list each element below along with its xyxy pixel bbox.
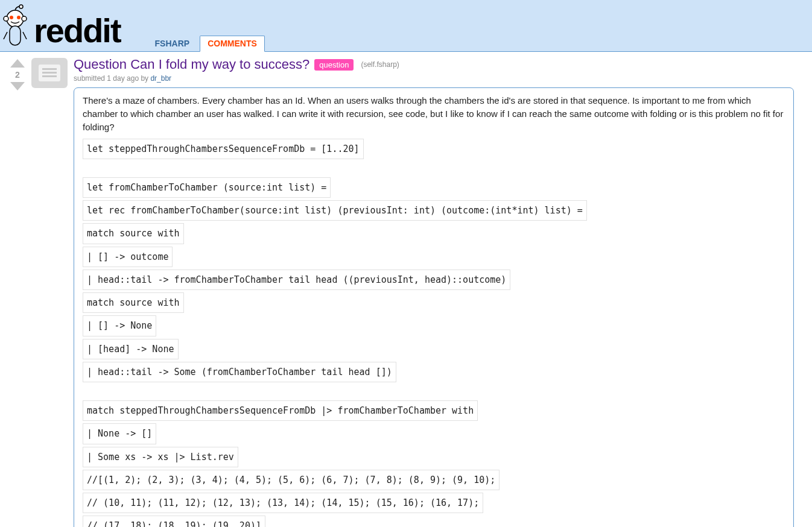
code-line: // (17, 18); (18, 19); (19, 20)]: [83, 516, 265, 527]
code-line: | Some xs -> xs |> List.rev: [83, 447, 238, 467]
code-line: // (10, 11); (11, 12); (12, 13); (13, 14…: [83, 493, 483, 513]
svg-point-3: [10, 16, 13, 19]
tab-bar: fsharp comments: [147, 0, 267, 51]
code-line: match source with: [83, 223, 184, 244]
tab-comments[interactable]: comments: [200, 36, 265, 52]
post-body: There's a maze of chambers. Every chambe…: [74, 87, 794, 527]
post-time: 1 day ago: [107, 74, 139, 83]
thumbnail-column: [30, 57, 74, 527]
code-line: | [] -> None: [83, 315, 156, 336]
logo-area: reddit: [0, 0, 121, 51]
reddit-mascot-icon[interactable]: [1, 4, 29, 51]
title-line: Question Can I fold my way to success? q…: [74, 57, 794, 72]
code-line: | [] -> outcome: [83, 247, 173, 267]
svg-point-0: [7, 10, 24, 27]
svg-line-7: [4, 32, 7, 39]
content-area: 2 Question Can I fold my way to success?…: [0, 52, 812, 527]
tab-subreddit[interactable]: fsharp: [147, 36, 198, 51]
tagline-prefix: submitted: [74, 74, 107, 83]
svg-point-4: [17, 16, 21, 19]
code-blank-line: [83, 160, 785, 176]
code-line: let fromChamberToChamber (source:int lis…: [83, 177, 331, 198]
code-blank-line: [83, 383, 785, 399]
code-line: let rec fromChamberToChamber(source:int …: [83, 200, 587, 221]
vote-column: 2: [5, 57, 30, 527]
downvote-icon[interactable]: [10, 82, 25, 90]
post-tagline: submitted 1 day ago by dr_bbr: [74, 74, 794, 83]
post-score: 2: [15, 70, 20, 80]
post-text: There's a maze of chambers. Every chambe…: [83, 94, 785, 133]
code-line: match source with: [83, 292, 184, 313]
self-post-thumbnail-icon[interactable]: [31, 58, 68, 88]
code-block: let steppedThroughChambersSequenceFromDb…: [83, 137, 785, 527]
code-line: match steppedThroughChambersSequenceFrom…: [83, 400, 478, 421]
code-line: | head::tail -> fromChamberToChamber tai…: [83, 270, 510, 290]
tagline-by: by: [139, 74, 150, 83]
post-flair[interactable]: question: [314, 59, 354, 71]
code-line: | None -> []: [83, 423, 156, 444]
svg-rect-6: [10, 26, 21, 45]
code-line: //[(1, 2); (2, 3); (3, 4); (4, 5); (5, 6…: [83, 470, 500, 490]
upvote-icon[interactable]: [10, 59, 25, 68]
site-wordmark[interactable]: reddit: [34, 14, 121, 48]
code-line: | [head] -> None: [83, 339, 179, 359]
svg-point-2: [22, 16, 27, 21]
post-title[interactable]: Question Can I fold my way to success?: [74, 57, 309, 72]
site-header: reddit fsharp comments: [0, 0, 812, 52]
code-line: | head::tail -> Some (fromChamberToChamb…: [83, 362, 396, 382]
post-main: Question Can I fold my way to success? q…: [74, 57, 812, 527]
post-domain[interactable]: (self.fsharp): [361, 60, 399, 69]
svg-line-8: [23, 32, 27, 39]
code-line: let steppedThroughChambersSequenceFromDb…: [83, 139, 364, 159]
svg-point-5: [19, 5, 23, 8]
post-author[interactable]: dr_bbr: [150, 74, 171, 83]
svg-point-1: [4, 16, 8, 21]
